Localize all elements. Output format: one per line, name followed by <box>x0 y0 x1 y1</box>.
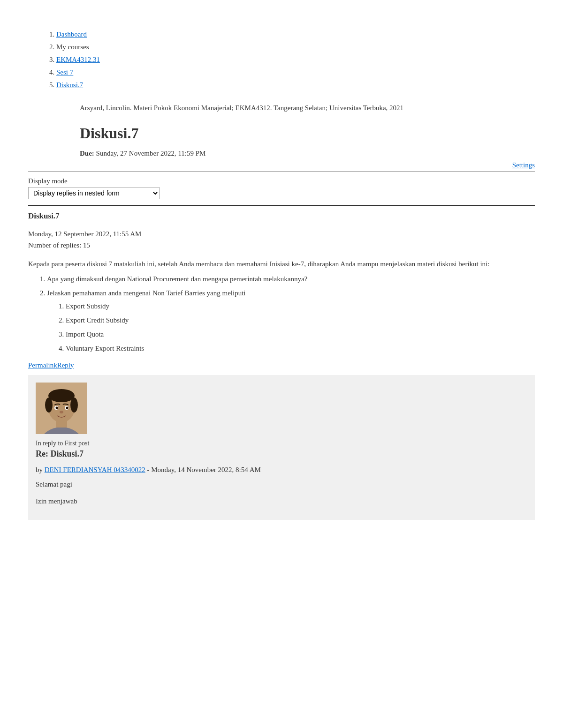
settings-bar: Settings <box>28 161 535 172</box>
display-mode-label: Display mode <box>28 177 535 185</box>
question-2: Jelaskan pemahaman anda mengenai Non Tar… <box>47 287 535 354</box>
discussion-replies-count: Number of replies: 15 <box>28 240 535 251</box>
breadcrumb-link-dashboard[interactable]: Dashboard <box>56 30 87 38</box>
discussion-section-title: Diskusi.7 <box>28 211 535 221</box>
page-title: Diskusi.7 <box>28 125 535 142</box>
reply-by-label: by <box>36 466 43 473</box>
reply-link[interactable]: Reply <box>57 361 74 369</box>
discussion-questions: Apa yang dimaksud dengan National Procur… <box>47 273 535 354</box>
display-mode-dropdown[interactable]: Display replies in nested form Display r… <box>28 187 160 199</box>
reply-title: Re: Diskusi.7 <box>36 449 527 459</box>
breadcrumb-item-3: EKMA4312.31 <box>56 53 535 66</box>
question-2-text: Jelaskan pemahaman anda mengenai Non Tar… <box>47 289 246 297</box>
discussion-intro: Kepada para peserta diskusi 7 matakuliah… <box>28 258 535 270</box>
subitem-3: Import Quota <box>66 329 535 340</box>
subitem-2: Export Credit Subsidy <box>66 315 535 326</box>
breadcrumb-item-4: Sesi 7 <box>56 66 535 79</box>
due-label: Due: <box>80 150 94 157</box>
reply-line-1: Selamat pagi <box>36 479 527 490</box>
display-mode-section: Display mode Display replies in nested f… <box>28 177 535 199</box>
reply-author-link[interactable]: DENI FERDIANSYAH 043340022 <box>45 466 145 473</box>
breadcrumb-link-sesi7[interactable]: Sesi 7 <box>56 68 73 76</box>
breadcrumb-item-1: Dashboard <box>56 28 535 41</box>
permalink-link[interactable]: Permalink <box>28 361 57 369</box>
breadcrumb-text-mycourses: My courses <box>56 43 89 51</box>
reply-section: In reply to First post Re: Diskusi.7 by … <box>28 375 535 520</box>
svg-point-9 <box>56 406 58 409</box>
breadcrumb-item-2: My courses <box>56 41 535 53</box>
question-1: Apa yang dimaksud dengan National Procur… <box>47 273 535 285</box>
settings-link[interactable]: Settings <box>512 161 535 169</box>
breadcrumb-item-5: Diskusi.7 <box>56 79 535 91</box>
question-2-subitems: Export Subsidy Export Credit Subsidy Imp… <box>66 300 535 354</box>
reply-in-reply-to: In reply to First post <box>36 440 527 447</box>
svg-point-5 <box>45 398 53 413</box>
subitem-4: Voluntary Export Restraints <box>66 343 535 354</box>
avatar-svg <box>36 383 87 434</box>
reply-line-2: Izin menjawab <box>36 495 527 507</box>
reply-dash: - <box>147 466 150 473</box>
breadcrumb-link-ekma[interactable]: EKMA4312.31 <box>56 56 100 63</box>
breadcrumb-link-diskusi7[interactable]: Diskusi.7 <box>56 81 83 89</box>
discussion-date: Monday, 12 September 2022, 11:55 AM <box>28 228 535 240</box>
due-date-value: Sunday, 27 November 2022, 11:59 PM <box>96 150 206 157</box>
breadcrumb: Dashboard My courses EKMA4312.31 Sesi 7 … <box>28 28 535 91</box>
discussion-meta: Monday, 12 September 2022, 11:55 AM Numb… <box>28 228 535 251</box>
display-mode-select-wrapper: Display replies in nested form Display r… <box>28 187 535 199</box>
reply-date: Monday, 14 November 2022, 8:54 AM <box>151 466 261 473</box>
svg-point-11 <box>60 411 63 413</box>
avatar <box>36 383 87 434</box>
due-date: Due: Sunday, 27 November 2022, 11:59 PM <box>28 150 535 158</box>
book-reference: Arsyard, Lincolin. Materi Pokok Ekonomi … <box>28 103 535 113</box>
permalink-reply-bar: PermalinkReply <box>28 361 535 369</box>
reply-content: Selamat pagi Izin menjawab <box>36 479 527 507</box>
question-1-text: Apa yang dimaksud dengan National Procur… <box>47 275 307 283</box>
svg-point-10 <box>66 406 68 409</box>
svg-point-6 <box>70 398 78 413</box>
subitem-1: Export Subsidy <box>66 300 535 312</box>
section-divider <box>28 205 535 206</box>
reply-author-line: by DENI FERDIANSYAH 043340022 - Monday, … <box>36 465 527 475</box>
discussion-body: Kepada para peserta diskusi 7 matakuliah… <box>28 258 535 354</box>
svg-point-4 <box>48 389 75 402</box>
